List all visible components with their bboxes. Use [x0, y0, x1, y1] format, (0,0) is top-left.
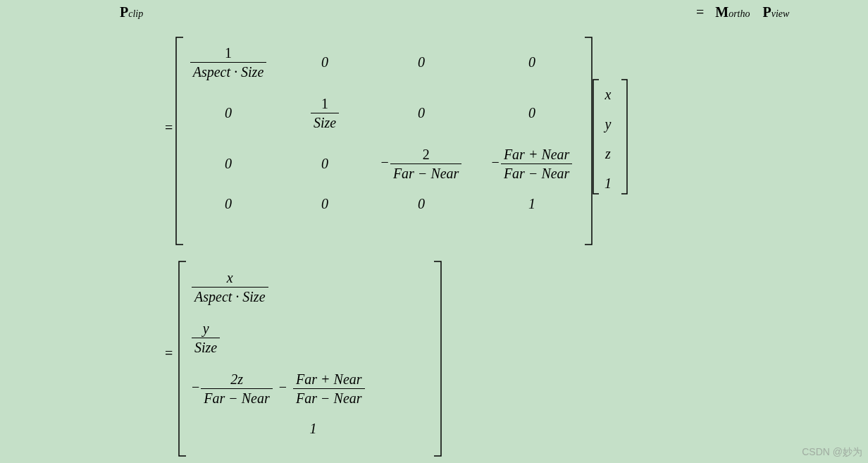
equation-figure: Pclip = Mortho Pview = 1 Aspect · Size — [0, 0, 868, 463]
m31: 0 — [175, 138, 282, 189]
vector-table: x y z 1 — [597, 79, 619, 199]
m43: 0 — [368, 189, 475, 218]
vx: x — [599, 80, 617, 109]
m44: 1 — [475, 189, 589, 218]
result-vector: x Aspect · Size y Size − 2z Far − Near — [186, 261, 440, 444]
sub-clip: clip — [128, 8, 143, 19]
m11: 1 Aspect · Size — [190, 44, 267, 80]
m23: 0 — [368, 87, 475, 138]
lhs-pclip: Pclip — [120, 4, 143, 20]
sym-P2: P — [763, 4, 771, 20]
r3b: Far + Near Far − Near — [293, 371, 365, 407]
m32: 0 — [282, 138, 368, 189]
vz: z — [599, 140, 617, 168]
sym-P: P — [120, 4, 128, 20]
m42: 0 — [282, 189, 368, 218]
r3a: 2z Far − Near — [201, 371, 273, 407]
result-table: x Aspect · Size y Size − 2z Far − Near — [186, 261, 440, 444]
matrix-M-ortho: 1 Aspect · Size 0 0 0 0 1 Size — [175, 37, 589, 218]
m33: 2 Far − Near — [390, 146, 462, 182]
vy: y — [599, 110, 617, 138]
equals-3: = — [165, 345, 173, 362]
equals-1: = — [696, 4, 704, 20]
vector-right-bracket — [620, 79, 628, 197]
m41: 0 — [175, 189, 282, 218]
sub-ortho: ortho — [728, 8, 750, 19]
sym-M: M — [715, 4, 728, 20]
m12: 0 — [282, 37, 368, 87]
m22: 1 Size — [311, 95, 339, 131]
equals-2: = — [165, 120, 173, 136]
r1: x Aspect · Size — [192, 269, 268, 305]
m34: Far + Near Far − Near — [501, 146, 573, 182]
m13: 0 — [368, 37, 475, 87]
m24: 0 — [475, 87, 589, 138]
r2: y Size — [192, 320, 220, 356]
vector-pview: x y z 1 — [597, 79, 619, 199]
matrix-table: 1 Aspect · Size 0 0 0 0 1 Size — [175, 37, 589, 218]
m14: 0 — [475, 37, 589, 87]
sub-view: view — [771, 8, 790, 19]
watermark: CSDN @妙为 — [802, 446, 862, 459]
v1: 1 — [599, 169, 617, 197]
m21: 0 — [175, 87, 282, 138]
r4: 1 — [187, 414, 439, 443]
rhs-m-ortho-p-view: = Mortho Pview — [696, 4, 789, 20]
